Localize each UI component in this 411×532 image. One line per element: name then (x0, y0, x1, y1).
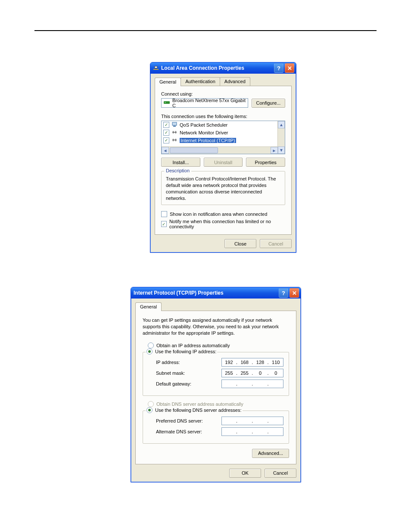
list-item[interactable]: ✓ Internet Protocol (TCP/IP) (162, 137, 285, 144)
ip-octet[interactable]: 192 (223, 360, 235, 365)
scroll-down-icon[interactable]: ▼ (278, 146, 285, 154)
scroll-up-icon[interactable]: ▲ (278, 121, 285, 128)
radio-icon[interactable] (146, 407, 153, 413)
manual-ip-group: Use the following IP address: IP address… (143, 352, 289, 396)
checkbox-icon[interactable]: ✓ (161, 221, 167, 227)
scroll-thumb[interactable] (170, 147, 218, 153)
ip-octet[interactable]: 0 (254, 370, 266, 376)
ok-button[interactable]: OK (229, 469, 261, 478)
titlebar[interactable]: Internet Protocol (TCP/IP) Properties ? … (131, 287, 301, 299)
window-title: Local Area Connection Properties (161, 65, 273, 71)
subnet-mask-label: Subnet mask: (156, 370, 221, 376)
show-icon-checkbox[interactable]: Show icon in notification area when conn… (161, 211, 285, 217)
default-gateway-label: Default gateway: (156, 381, 221, 386)
ip-address-label: IP address: (156, 360, 221, 365)
default-gateway-input[interactable]: . . . (221, 380, 283, 388)
list-item[interactable]: ✓ Network Monitor Driver (162, 129, 285, 137)
page-divider (34, 30, 377, 31)
svg-rect-0 (155, 66, 157, 68)
protocol-icon (171, 130, 177, 136)
description-group: Description Transmission Control Protoco… (161, 171, 285, 205)
titlebar[interactable]: Local Area Connection Properties ? ✕ (150, 62, 296, 74)
vertical-scrollbar[interactable]: ▲ ▼ (277, 121, 285, 154)
ip-octet[interactable]: 128 (254, 360, 266, 365)
properties-button[interactable]: Properties (246, 158, 285, 167)
checkbox-icon[interactable]: ✓ (163, 130, 169, 136)
uninstall-button: Uninstall (204, 158, 243, 167)
tab-row: General Authentication Advanced (155, 77, 292, 86)
svg-rect-5 (172, 122, 177, 125)
radio-icon[interactable] (146, 348, 153, 355)
tab-panel-general: You can get IP settings assigned automat… (135, 311, 296, 464)
configure-button[interactable]: Configure... (252, 99, 285, 108)
checkbox-icon[interactable]: ✓ (163, 122, 169, 128)
ip-octet[interactable]: 168 (239, 360, 251, 365)
ip-address-input[interactable]: 192. 168. 128. 110 (221, 358, 283, 367)
radio-use-following-dns[interactable]: Use the following DNS server addresses: (146, 407, 243, 413)
subnet-mask-input[interactable]: 255. 255. 0. 0 (221, 369, 283, 377)
list-item-label: QoS Packet Scheduler (180, 122, 227, 128)
protocol-icon (171, 137, 177, 143)
ip-octet[interactable]: 255 (223, 370, 235, 376)
radio-obtain-dns-auto: Obtain DNS server address automatically (148, 401, 289, 407)
ip-octet[interactable]: 255 (239, 370, 251, 376)
tcpip-properties-window: Internet Protocol (TCP/IP) Properties ? … (131, 287, 301, 482)
help-button[interactable]: ? (279, 288, 288, 298)
tab-general[interactable]: General (155, 78, 181, 86)
adapter-name: Broadcom NetXtreme 57xx Gigabit C (172, 98, 246, 108)
alternate-dns-label: Alternate DNS server: (156, 429, 221, 434)
tab-panel-general: Connect using: Broadcom NetXtreme 57xx G… (155, 86, 292, 235)
items-label: This connection uses the following items… (161, 114, 285, 119)
radio-icon (148, 401, 154, 407)
connection-items-listbox[interactable]: ✓ QoS Packet Scheduler ✓ Network Monitor… (161, 121, 285, 154)
list-item-label: Internet Protocol (TCP/IP) (180, 138, 236, 143)
svg-rect-4 (165, 102, 166, 103)
window-title: Internet Protocol (TCP/IP) Properties (134, 290, 277, 296)
description-text: Transmission Control Protocol/Internet P… (166, 176, 280, 201)
radio-label: Use the following DNS server addresses: (155, 408, 242, 413)
scroll-right-icon[interactable]: ► (271, 147, 278, 154)
preferred-dns-label: Preferred DNS server: (156, 418, 221, 423)
alternate-dns-input[interactable]: . . . (221, 427, 283, 436)
radio-label: Use the following IP address: (155, 349, 216, 354)
help-button[interactable]: ? (274, 63, 283, 73)
radio-icon[interactable] (148, 342, 154, 348)
cancel-button[interactable]: Cancel (265, 469, 296, 478)
svg-rect-1 (153, 69, 159, 70)
radio-obtain-ip-auto[interactable]: Obtain an IP address automatically (148, 342, 289, 348)
notify-checkbox[interactable]: ✓ Notify me when this connection has lim… (161, 219, 285, 229)
network-icon (153, 65, 159, 71)
close-button[interactable]: ✕ (290, 288, 299, 298)
tab-authentication[interactable]: Authentication (181, 77, 220, 86)
intro-text: You can get IP settings assigned automat… (143, 317, 289, 336)
radio-label: Obtain an IP address automatically (156, 343, 230, 348)
ip-octet[interactable]: 110 (270, 360, 282, 365)
ip-octet[interactable]: 0 (270, 370, 282, 376)
checkbox-icon[interactable]: ✓ (163, 137, 169, 143)
tab-row: General (135, 302, 296, 311)
install-button[interactable]: Install... (161, 158, 200, 167)
adapter-field[interactable]: Broadcom NetXtreme 57xx Gigabit C (161, 98, 248, 108)
show-icon-label: Show icon in notification area when conn… (170, 212, 267, 217)
radio-label: Obtain DNS server address automatically (156, 401, 243, 407)
horizontal-scrollbar[interactable]: ◄ ► (162, 146, 278, 154)
cancel-button: Cancel (260, 239, 292, 248)
close-button[interactable]: ✕ (285, 63, 294, 73)
list-item-label: Network Monitor Driver (180, 130, 228, 135)
advanced-button[interactable]: Advanced... (252, 449, 289, 458)
notify-label: Notify me when this connection has limit… (169, 219, 285, 229)
adapter-icon (163, 100, 170, 106)
tab-general[interactable]: General (135, 302, 162, 311)
scroll-left-icon[interactable]: ◄ (162, 147, 169, 154)
radio-use-following-ip[interactable]: Use the following IP address: (146, 348, 217, 355)
close-dialog-button[interactable]: Close (224, 239, 256, 248)
tab-advanced[interactable]: Advanced (220, 77, 250, 86)
protocol-icon (171, 122, 177, 128)
manual-dns-group: Use the following DNS server addresses: … (143, 411, 289, 444)
svg-rect-6 (173, 126, 176, 127)
local-area-connection-window: Local Area Connection Properties ? ✕ Gen… (150, 62, 296, 253)
description-legend: Description (164, 168, 191, 173)
preferred-dns-input[interactable]: . . . (221, 417, 283, 425)
checkbox-icon[interactable] (161, 211, 167, 217)
list-item[interactable]: ✓ QoS Packet Scheduler (162, 121, 285, 129)
